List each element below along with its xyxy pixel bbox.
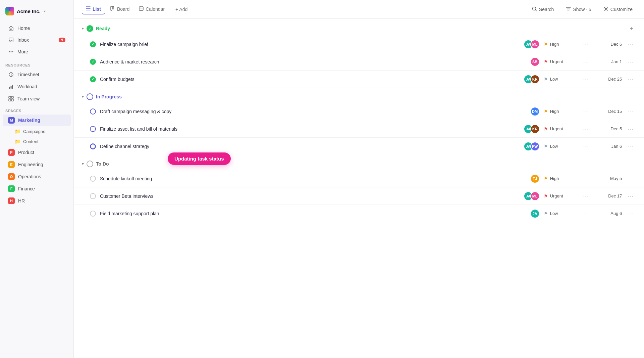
sidebar-item-workload[interactable]: Workload [3, 81, 71, 92]
task-status-t2[interactable]: ✓ [90, 59, 96, 65]
task-options-t9[interactable]: ··· [626, 210, 636, 218]
task-list: ▾ ✓ Ready + ✓ Finalize campaign brief JA… [74, 19, 644, 358]
sidebar-item-workload-label: Workload [17, 84, 37, 89]
search-label: Search [539, 7, 554, 12]
avatar: ML [530, 40, 540, 49]
task-status-t5[interactable] [90, 126, 96, 132]
show-button[interactable]: Show · 5 [562, 4, 594, 14]
task-options-t2[interactable]: ··· [626, 58, 636, 66]
tab-board-label: Board [117, 6, 129, 12]
customize-button[interactable]: Customize [600, 4, 636, 14]
section-todo-header[interactable]: ▾ To Do [74, 155, 644, 170]
task-options-t8[interactable]: ··· [626, 192, 636, 200]
tab-calendar[interactable]: Calendar [135, 4, 169, 14]
task-avatars-t6: JA PW [524, 142, 540, 151]
task-more-t1[interactable]: ··· [581, 40, 591, 48]
sidebar-item-inbox[interactable]: Inbox 9 [3, 34, 71, 46]
task-status-t7[interactable] [90, 176, 96, 182]
task-options-t7[interactable]: ··· [626, 175, 636, 183]
sidebar-item-marketing[interactable]: M Marketing [3, 115, 71, 126]
sidebar-item-home[interactable]: Home [3, 23, 71, 34]
task-status-t9[interactable] [90, 211, 96, 217]
tab-calendar-label: Calendar [146, 6, 165, 12]
task-options-t4[interactable]: ··· [626, 107, 636, 116]
content-label: Content [23, 139, 39, 144]
task-more-t2[interactable]: ··· [581, 58, 591, 66]
sidebar-item-hr[interactable]: H HR [3, 195, 71, 207]
tab-board[interactable]: Board [106, 4, 133, 14]
flag-icon: ⚑ [544, 59, 548, 64]
task-more-t9[interactable]: ··· [581, 210, 591, 218]
task-more-t5[interactable]: ··· [581, 125, 591, 133]
section-ready-header[interactable]: ▾ ✓ Ready + [74, 19, 644, 36]
ready-add-button[interactable]: + [627, 24, 636, 33]
task-priority-t2: ⚑ Urgent [544, 59, 577, 64]
task-status-t4[interactable] [90, 108, 96, 115]
task-date-t7: May 5 [595, 176, 622, 181]
task-more-t4[interactable]: ··· [581, 107, 591, 116]
task-avatars-t9: JA [530, 209, 540, 218]
sidebar: Acme Inc. ▾ Home Inbox 9 [0, 0, 74, 358]
ready-chevron-icon: ▾ [82, 26, 84, 31]
task-priority-t5: ⚑ Urgent [544, 126, 577, 132]
topbar: List Board Calendar + Add [74, 0, 644, 19]
avatar: KR [530, 75, 540, 84]
sidebar-item-inbox-label: Inbox [17, 37, 29, 43]
logo-icon [5, 7, 14, 15]
task-more-t8[interactable]: ··· [581, 192, 591, 200]
task-options-t5[interactable]: ··· [626, 125, 636, 133]
task-status-t8[interactable] [90, 193, 96, 199]
sidebar-item-content[interactable]: 📁 Content [3, 137, 71, 146]
sidebar-item-operations[interactable]: O Operations [3, 171, 71, 182]
add-button[interactable]: + Add [171, 5, 192, 14]
app-name: Acme Inc. [17, 8, 41, 14]
sidebar-item-teamview[interactable]: Team view [3, 93, 71, 104]
search-icon [532, 6, 537, 12]
task-more-t6[interactable]: ··· [581, 142, 591, 150]
flag-icon: ⚑ [544, 126, 548, 132]
sidebar-item-timesheet[interactable]: Timesheet [3, 69, 71, 80]
svg-rect-0 [9, 38, 13, 42]
priority-label-t2: Urgent [550, 59, 563, 64]
task-priority-t1: ⚑ High [544, 42, 577, 47]
tab-list[interactable]: List [82, 4, 105, 14]
svg-point-16 [605, 8, 606, 9]
task-status-t1[interactable]: ✓ [90, 41, 96, 47]
priority-label-t1: High [550, 42, 559, 47]
task-options-t1[interactable]: ··· [626, 40, 636, 48]
search-button[interactable]: Search [529, 4, 557, 14]
table-row: Draft campaign messaging & copy DM ⚑ Hig… [74, 103, 644, 120]
flag-icon: ⚑ [544, 193, 548, 199]
task-avatars-t4: DM [530, 107, 540, 116]
task-date-t9: Aug 6 [595, 211, 622, 216]
task-more-t7[interactable]: ··· [581, 175, 591, 183]
svg-rect-5 [9, 87, 10, 89]
table-row: Field marketing support plan JA ⚑ Low ··… [74, 205, 644, 222]
sidebar-item-finance[interactable]: F Finance [3, 183, 71, 194]
sidebar-item-engineering[interactable]: E Engineering [3, 159, 71, 170]
sidebar-item-more[interactable]: More [3, 46, 71, 57]
task-priority-t6: ⚑ Low [544, 144, 577, 149]
calendar-icon [139, 6, 144, 12]
app-logo[interactable]: Acme Inc. ▾ [0, 4, 73, 21]
task-options-t3[interactable]: ··· [626, 75, 636, 83]
sidebar-item-product[interactable]: P Product [3, 147, 71, 158]
priority-label-t7: High [550, 176, 559, 181]
inbox-badge: 9 [59, 38, 65, 42]
sidebar-item-engineering-label: Engineering [18, 162, 43, 167]
ready-status-icon: ✓ [87, 25, 93, 32]
task-options-t6[interactable]: ··· [626, 142, 636, 150]
task-name-t3: Confirm budgets [100, 77, 520, 82]
resources-section-label: Resources [0, 59, 73, 69]
section-inprogress-header[interactable]: ▾ In Progress [74, 88, 644, 103]
svg-rect-12 [111, 6, 112, 10]
svg-point-2 [11, 51, 12, 52]
task-more-t3[interactable]: ··· [581, 75, 591, 83]
sidebar-item-campaigns[interactable]: 📁 Campaigns [3, 127, 71, 136]
sidebar-item-product-label: Product [18, 150, 34, 155]
task-status-t3[interactable]: ✓ [90, 76, 96, 82]
show-icon [566, 6, 571, 12]
task-date-t5: Dec 5 [595, 126, 622, 131]
task-status-t6[interactable] [90, 143, 96, 149]
svg-point-1 [9, 51, 10, 52]
